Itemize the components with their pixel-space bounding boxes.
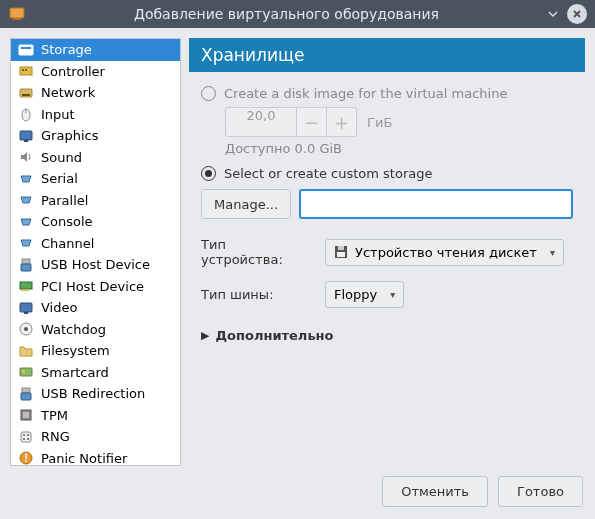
svg-rect-14 (21, 264, 31, 271)
cancel-button[interactable]: Отменить (382, 476, 488, 507)
sidebar-item-serial[interactable]: Serial (11, 168, 180, 190)
sidebar-item-usb-host[interactable]: USB Host Device (11, 254, 180, 276)
create-image-label: Create a disk image for the virtual mach… (224, 86, 507, 101)
sidebar-item-label: Console (41, 214, 93, 229)
size-decrease-button: − (297, 107, 327, 137)
svg-rect-5 (22, 69, 24, 71)
svg-point-20 (24, 327, 28, 331)
serial-icon (18, 171, 34, 187)
sidebar-item-network[interactable]: Network (11, 82, 180, 104)
pci-icon (18, 278, 34, 294)
sidebar-item-label: Smartcard (41, 365, 109, 380)
size-row: 20,0 − + ГиБ (225, 107, 573, 137)
chevron-down-icon: ▾ (550, 247, 555, 258)
sidebar-item-label: Parallel (41, 193, 88, 208)
svg-rect-3 (21, 47, 31, 49)
chevron-down-icon: ▾ (390, 289, 395, 300)
bus-type-row: Тип шины: Floppy ▾ (201, 281, 573, 308)
svg-rect-24 (21, 393, 31, 400)
bus-type-dropdown[interactable]: Floppy ▾ (325, 281, 404, 308)
bus-type-value: Floppy (334, 287, 377, 302)
sound-icon (18, 149, 34, 165)
sidebar-item-label: Serial (41, 171, 78, 186)
sidebar-item-pci-host[interactable]: PCI Host Device (11, 276, 180, 298)
sidebar-item-label: Input (41, 107, 75, 122)
sidebar-item-sound[interactable]: Sound (11, 147, 180, 169)
sidebar-item-storage[interactable]: Storage (11, 39, 180, 61)
filesystem-icon (18, 343, 34, 359)
svg-rect-0 (10, 8, 24, 18)
titlebar: Добавление виртуального оборудования (0, 0, 595, 28)
parallel-icon (18, 192, 34, 208)
manage-button[interactable]: Manage... (201, 189, 291, 219)
tpm-icon (18, 407, 34, 423)
storage-icon (18, 42, 34, 58)
custom-storage-label: Select or create custom storage (224, 166, 432, 181)
svg-point-31 (23, 438, 25, 440)
sidebar-item-filesystem[interactable]: Filesystem (11, 340, 180, 362)
sidebar-item-label: Network (41, 85, 95, 100)
panel-body: Create a disk image for the virtual mach… (189, 72, 585, 466)
device-type-row: Тип устройства: Устройство чтения дискет… (201, 237, 573, 267)
size-unit-label: ГиБ (367, 115, 392, 130)
content-area: Storage Controller Network Input Graphic… (0, 28, 595, 476)
sidebar-item-label: Panic Notifier (41, 451, 127, 466)
svg-rect-15 (20, 282, 32, 289)
sidebar-item-tpm[interactable]: TPM (11, 405, 180, 427)
sidebar-item-label: Watchdog (41, 322, 106, 337)
sidebar-item-watchdog[interactable]: Watchdog (11, 319, 180, 341)
window-title: Добавление виртуального оборудования (34, 6, 539, 22)
sidebar-item-channel[interactable]: Channel (11, 233, 180, 255)
console-icon (18, 214, 34, 230)
sidebar-item-label: Filesystem (41, 343, 110, 358)
size-input: 20,0 (225, 107, 297, 137)
dialog-footer: Отменить Готово (0, 476, 595, 519)
svg-rect-22 (22, 370, 25, 373)
sidebar-item-panic[interactable]: ! Panic Notifier (11, 448, 180, 467)
svg-rect-17 (20, 303, 32, 312)
panel-title: Хранилище (189, 38, 585, 72)
close-button[interactable] (567, 4, 587, 24)
usb-icon (18, 257, 34, 273)
sidebar-item-label: PCI Host Device (41, 279, 144, 294)
custom-storage-option[interactable]: Select or create custom storage (201, 166, 573, 181)
svg-rect-36 (337, 252, 345, 257)
svg-rect-21 (20, 368, 32, 376)
video-icon (18, 300, 34, 316)
svg-rect-6 (25, 69, 27, 71)
sidebar-item-usb-redir[interactable]: USB Redirection (11, 383, 180, 405)
advanced-expander[interactable]: ▶ Дополнительно (201, 328, 573, 343)
create-image-option[interactable]: Create a disk image for the virtual mach… (201, 86, 573, 101)
sidebar-item-graphics[interactable]: Graphics (11, 125, 180, 147)
sidebar-item-video[interactable]: Video (11, 297, 180, 319)
ok-button[interactable]: Готово (498, 476, 583, 507)
panic-icon: ! (18, 450, 34, 466)
svg-rect-23 (22, 388, 30, 393)
sidebar-item-console[interactable]: Console (11, 211, 180, 233)
controller-icon (18, 63, 34, 79)
available-space-label: Доступно 0.0 GiB (225, 141, 573, 156)
app-icon (8, 5, 26, 23)
svg-rect-16 (21, 289, 29, 291)
minimize-button[interactable] (543, 4, 563, 24)
sidebar-item-input[interactable]: Input (11, 104, 180, 126)
sidebar-item-label: Sound (41, 150, 82, 165)
sidebar-item-label: Controller (41, 64, 105, 79)
advanced-label: Дополнительно (215, 328, 333, 343)
radio-checked-icon (201, 166, 216, 181)
sidebar-item-smartcard[interactable]: Smartcard (11, 362, 180, 384)
rng-icon (18, 429, 34, 445)
sidebar-item-label: USB Host Device (41, 257, 150, 272)
svg-rect-18 (24, 312, 28, 314)
svg-point-29 (27, 438, 29, 440)
hardware-type-list[interactable]: Storage Controller Network Input Graphic… (10, 38, 181, 466)
triangle-right-icon: ▶ (201, 329, 209, 342)
sidebar-item-rng[interactable]: RNG (11, 426, 180, 448)
svg-text:!: ! (23, 450, 28, 465)
device-type-dropdown[interactable]: Устройство чтения дискет ▾ (325, 239, 564, 266)
storage-path-input[interactable] (299, 189, 573, 219)
svg-rect-35 (338, 246, 344, 250)
sidebar-item-controller[interactable]: Controller (11, 61, 180, 83)
sidebar-item-parallel[interactable]: Parallel (11, 190, 180, 212)
manage-row: Manage... (201, 189, 573, 219)
